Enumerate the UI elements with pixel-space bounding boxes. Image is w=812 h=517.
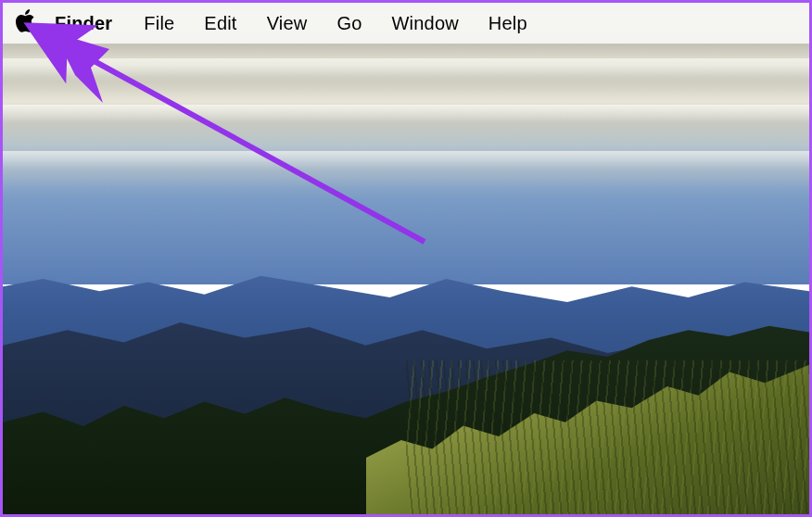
desktop-wallpaper (3, 3, 809, 514)
menu-view[interactable]: View (252, 13, 323, 34)
cloud-band (3, 105, 809, 142)
cloud-band (3, 58, 809, 95)
cloud-band (3, 151, 809, 188)
menu-window[interactable]: Window (377, 13, 474, 34)
menu-edit[interactable]: Edit (189, 13, 251, 34)
apple-logo-icon (16, 9, 36, 38)
menu-go[interactable]: Go (322, 13, 376, 34)
app-menu-finder[interactable]: Finder (55, 13, 129, 34)
menu-bar: Finder File Edit View Go Window Help (3, 3, 809, 44)
menu-help[interactable]: Help (474, 13, 542, 34)
sky-background (3, 3, 809, 284)
tree-texture (406, 360, 809, 514)
menu-file[interactable]: File (129, 13, 189, 34)
apple-menu[interactable] (16, 9, 36, 38)
